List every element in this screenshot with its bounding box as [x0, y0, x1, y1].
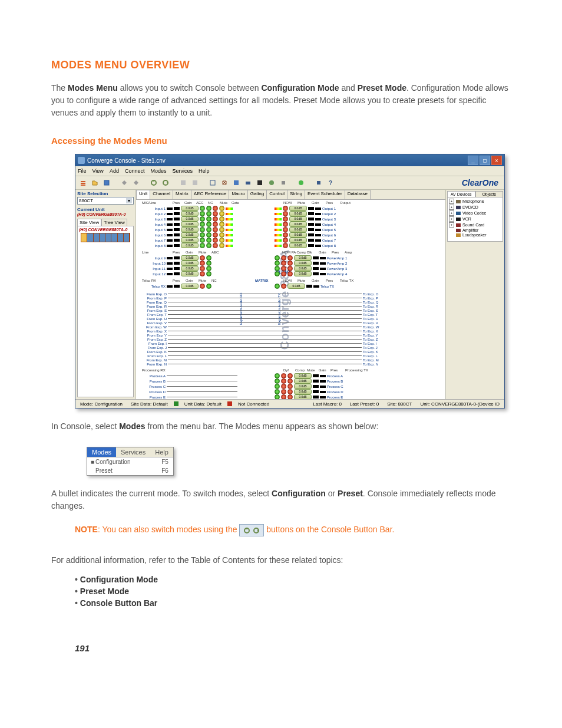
output-row: 0.0dBOutput 6	[275, 232, 346, 238]
menu-item[interactable]: File	[78, 168, 87, 174]
menu-item[interactable]: View	[92, 168, 104, 174]
device-item[interactable]: +Sound Card	[449, 222, 501, 228]
device-item[interactable]: +Video Codec	[449, 210, 501, 216]
menu-item[interactable]: Services	[116, 447, 150, 457]
device-item[interactable]: +DVD/CD	[449, 205, 501, 210]
output-row: 0.0dBOutput 2	[275, 211, 346, 216]
right-panel-tab[interactable]: AV Devices	[447, 191, 475, 197]
channel-tab[interactable]: String	[287, 190, 305, 199]
channel-tab[interactable]: Channel	[150, 190, 173, 199]
chevron-down-icon: ▾	[126, 198, 132, 203]
menu-item[interactable]: Modes	[150, 168, 166, 174]
device-item[interactable]: Loudspeaker	[449, 233, 501, 237]
svg-rect-7	[193, 180, 197, 185]
toolbar-icon[interactable]	[219, 177, 230, 188]
window-titlebar: Converge Console - Site1.cnv _ □ ✕	[75, 154, 504, 166]
svg-rect-2	[81, 185, 85, 186]
svg-rect-6	[181, 180, 186, 185]
input-row: Input 10.0dB	[142, 206, 233, 211]
center-panel: UnitChannelMatrixAEC ReferenceMacroGatin…	[136, 190, 445, 399]
brand-logo: ClearOne	[462, 178, 502, 187]
svg-rect-10	[246, 182, 250, 185]
unit-iconstrip	[81, 233, 130, 242]
toolbar-icon[interactable]	[178, 177, 189, 188]
related-topics-intro: For additional information, refer to the…	[51, 554, 511, 566]
menu-item[interactable]: Connect	[125, 168, 145, 174]
site-selection-label: Site Selection	[77, 191, 134, 196]
mode-preset-icon[interactable]	[160, 177, 171, 188]
menu-item[interactable]: Add	[110, 168, 119, 174]
channel-tab[interactable]: Event Scheduler	[305, 190, 345, 199]
right-panel-tab[interactable]: Objects	[475, 191, 504, 197]
menu-item[interactable]: Services	[172, 168, 193, 174]
help-icon[interactable]: ?	[325, 177, 336, 188]
minimize-button[interactable]: _	[468, 156, 478, 165]
input-row: Input 30.0dB	[142, 216, 233, 222]
channel-tab[interactable]: Database	[345, 190, 371, 199]
toolbar-icon[interactable]	[78, 177, 88, 188]
svg-rect-3	[104, 180, 109, 185]
menubar: FileViewAddConnectModesServicesHelp	[75, 166, 504, 176]
current-unit-label: Current Unit	[77, 207, 134, 212]
site-selection-dropdown[interactable]: 880CT▾	[77, 197, 134, 205]
svg-rect-1	[81, 183, 85, 184]
current-unit-value: (H0) CONVERGE880TA-0	[77, 212, 134, 216]
view-tab[interactable]: Tree View	[101, 219, 127, 226]
channel-tab[interactable]: Control	[266, 190, 287, 199]
toolbar-icon[interactable]	[278, 177, 289, 188]
device-item[interactable]: +VCR	[449, 216, 501, 222]
related-topic: Configuration Mode	[75, 575, 511, 584]
page-heading: MODES MENU OVERVIEW	[51, 59, 511, 71]
output-row: 0.0dBOutput 8	[275, 243, 346, 248]
close-button[interactable]: ✕	[491, 156, 502, 165]
svg-rect-0	[81, 181, 85, 182]
console-screenshot: Converge Console - Site1.cnv _ □ ✕ FileV…	[75, 154, 505, 409]
toolbar-icon[interactable]	[131, 177, 141, 188]
intro-paragraph: The Modes Menu allows you to switch Cons…	[51, 82, 511, 119]
related-topics-list: Configuration ModePreset ModeConsole But…	[51, 575, 511, 608]
svg-rect-8	[210, 180, 215, 185]
toolbar-icon[interactable]	[207, 177, 218, 188]
device-item[interactable]: Amplifier	[449, 228, 501, 232]
toolbar-icon[interactable]	[90, 177, 100, 188]
toolbar-icon[interactable]	[296, 177, 306, 188]
mode-config-icon[interactable]	[148, 177, 159, 188]
svg-rect-13	[282, 181, 285, 185]
toolbar-icon[interactable]	[119, 177, 130, 188]
svg-point-12	[269, 180, 274, 185]
tree-item[interactable]: (H0) CONVERGE880TA-0	[79, 228, 132, 232]
device-item[interactable]: +Microphone	[449, 199, 501, 204]
view-tab[interactable]: Site View	[77, 219, 101, 226]
toolbar-icon[interactable]	[313, 177, 324, 188]
dropdown-item[interactable]: ■ConfigurationF5	[87, 457, 173, 466]
maximize-button[interactable]: □	[480, 156, 490, 165]
modes-menu-screenshot: ModesServicesHelp ■ConfigurationF5Preset…	[87, 447, 174, 476]
output-row: 0.0dBOutput 4	[275, 222, 346, 227]
window-title: Converge Console - Site1.cnv	[87, 157, 166, 164]
menu-item[interactable]: Help	[199, 168, 210, 174]
status-bar: Mode: Configuration Site Data: Default U…	[75, 399, 504, 408]
menu-item[interactable]: Help	[150, 447, 173, 457]
channel-tab[interactable]: Unit	[136, 190, 150, 199]
related-topic: Console Button Bar	[75, 598, 511, 608]
page-number: 191	[51, 643, 511, 653]
toolbar-icon[interactable]	[243, 177, 253, 188]
subheading: Accessing the Modes Menu	[51, 136, 511, 146]
menu-item[interactable]: Modes	[87, 447, 116, 457]
channel-tab[interactable]: AEC Reference	[191, 190, 230, 199]
note-block: NOTE: You can also switch modes using th…	[75, 524, 511, 536]
toolbar-icon[interactable]	[266, 177, 277, 188]
app-icon	[78, 157, 85, 164]
toolbar-icon[interactable]	[254, 177, 265, 188]
channel-tab[interactable]: Macro	[229, 190, 247, 199]
toolbar-icon[interactable]	[190, 177, 200, 188]
channel-tab[interactable]: Matrix	[173, 190, 191, 199]
dropdown-item[interactable]: PresetF6	[87, 466, 173, 475]
mode-switch-paragraph: A bullet indicates the current mode. To …	[51, 487, 511, 512]
svg-point-14	[299, 180, 303, 185]
channel-tab[interactable]: Gating	[247, 190, 267, 199]
toolbar: ? ClearOne	[75, 176, 504, 190]
toolbar-icon[interactable]	[231, 177, 242, 188]
toolbar-icon[interactable]	[101, 177, 112, 188]
input-row: Input 60.0dB	[142, 232, 233, 238]
